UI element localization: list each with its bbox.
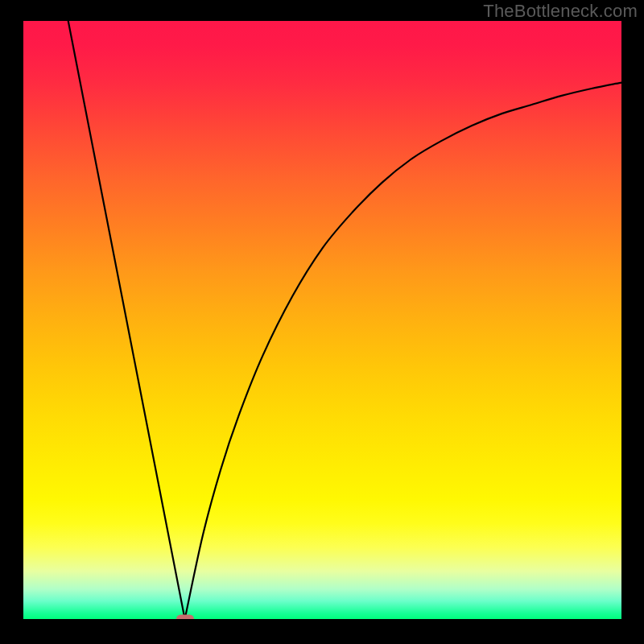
- plot-area: [23, 21, 621, 619]
- curve-svg: [23, 21, 621, 619]
- bottleneck-curve: [68, 21, 621, 619]
- watermark-text: TheBottleneck.com: [483, 1, 638, 22]
- optimum-marker-icon: [176, 615, 194, 620]
- chart-container: TheBottleneck.com: [0, 0, 644, 644]
